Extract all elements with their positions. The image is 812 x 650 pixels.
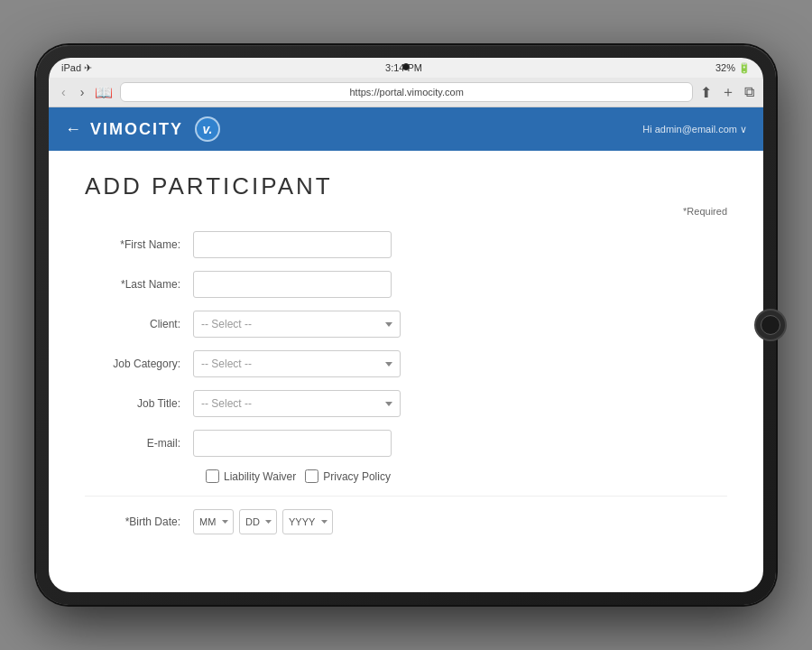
logo-v-letter: v. [203,122,213,136]
required-note: *Required [85,206,727,217]
birth-date-group: *Birth Date: MM DD YYYY [85,509,727,534]
privacy-policy-checkbox[interactable] [305,469,318,483]
browser-actions: ⬆ ＋ ⧉ [700,83,754,102]
last-name-label: *Last Name: [85,278,193,291]
tablet-device: iPad ✈ 3:14 PM 32% 🔋 ‹ › 📖 https://porta… [36,45,776,605]
home-button-inner [761,315,780,335]
home-button[interactable] [754,309,787,341]
first-name-input[interactable] [193,231,392,258]
new-tab-icon[interactable]: ＋ [721,83,735,102]
status-left: iPad ✈ [61,62,92,74]
url-bar[interactable]: https://portal.vimocity.com [120,82,693,102]
browser-forward-button[interactable]: › [77,83,88,101]
first-name-label: *First Name: [85,238,193,251]
page-content: ADD PARTICIPANT *Required *First Name: *… [49,151,763,592]
liability-waiver-label: Liability Waiver [206,469,296,483]
client-group: Client: -- Select -- [85,311,727,338]
last-name-group: *Last Name: [85,271,727,298]
last-name-input[interactable] [193,271,392,298]
back-arrow[interactable]: ← [65,120,81,139]
logo-icon: v. [195,116,220,142]
site-header: ← VIMOCITY v. Hi admin@email.com ∨ [49,107,763,151]
browser-bar: ‹ › 📖 https://portal.vimocity.com ⬆ ＋ ⧉ [49,78,763,107]
page-title: ADD PARTICIPANT [85,172,727,200]
client-label: Client: [85,318,193,330]
divider [85,496,727,497]
job-title-group: Job Title: -- Select -- [85,390,727,417]
birth-selects: MM DD YYYY [193,509,333,534]
device-name: iPad ✈ [61,62,92,74]
browser-back-button[interactable]: ‹ [58,83,69,101]
liability-waiver-checkbox[interactable] [206,469,219,483]
email-group: E-mail: [85,430,727,457]
email-input[interactable] [193,430,392,457]
job-category-group: Job Category: -- Select -- [85,350,727,377]
share-icon[interactable]: ⬆ [700,84,712,101]
privacy-policy-label: Privacy Policy [305,469,391,483]
battery-status: 32% 🔋 [715,62,751,74]
status-right: 32% 🔋 [715,62,751,74]
email-label: E-mail: [85,437,193,450]
birth-date-label: *Birth Date: [85,515,193,528]
birth-day-select[interactable]: DD [239,509,277,534]
tabs-icon[interactable]: ⧉ [744,84,754,100]
checkboxes-row: Liability Waiver Privacy Policy [206,469,727,483]
header-left: ← VIMOCITY v. [65,116,220,142]
web-content: ← VIMOCITY v. Hi admin@email.com ∨ ADD P… [49,107,763,592]
bookmarks-icon[interactable]: 📖 [95,84,113,101]
birth-year-select[interactable]: YYYY [282,509,333,534]
camera [402,63,410,70]
job-title-label: Job Title: [85,397,193,410]
client-select[interactable]: -- Select -- [193,311,401,338]
job-title-select[interactable]: -- Select -- [193,390,401,417]
job-category-select[interactable]: -- Select -- [193,350,401,377]
birth-month-select[interactable]: MM [193,509,234,534]
tablet-screen: iPad ✈ 3:14 PM 32% 🔋 ‹ › 📖 https://porta… [49,58,763,592]
first-name-group: *First Name: [85,231,727,258]
job-category-label: Job Category: [85,358,193,370]
logo-text: VIMOCITY [90,120,183,139]
user-greeting[interactable]: Hi admin@email.com ∨ [642,124,747,135]
